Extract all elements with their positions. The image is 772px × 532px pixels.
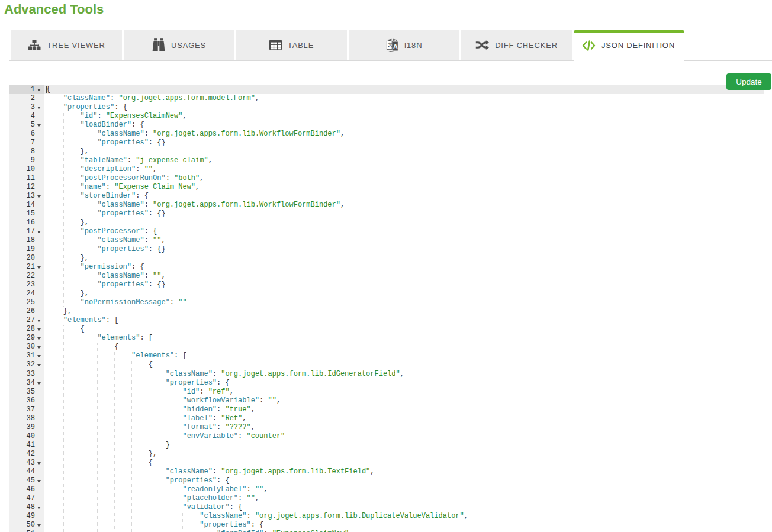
svg-text:A: A	[393, 42, 398, 49]
svg-text:文: 文	[388, 42, 393, 47]
